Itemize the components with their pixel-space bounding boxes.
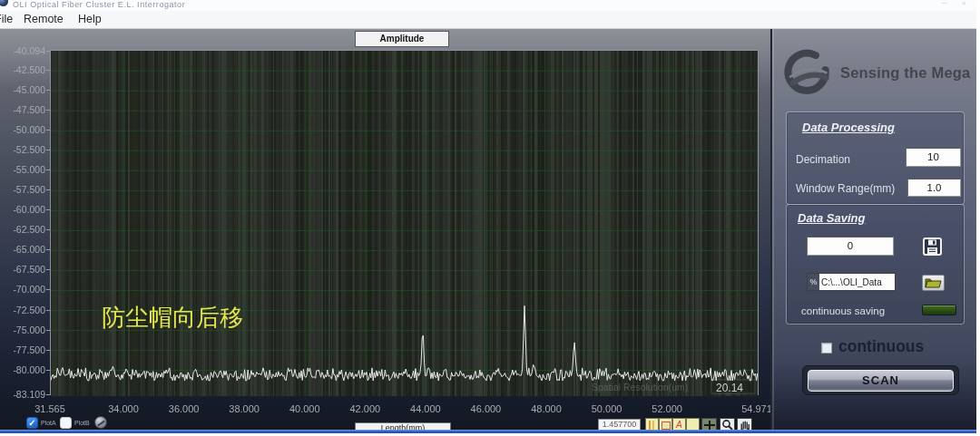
y-tick-label: -65.000 (0, 244, 45, 255)
y-tick-label: -55.000 (0, 164, 45, 175)
x-tick-label: 31.565 (21, 403, 79, 415)
y-tick-mark (46, 209, 50, 210)
y-tick-label: -80.000 (0, 364, 45, 375)
y-tick-mark (46, 269, 50, 270)
y-tick-mark (46, 229, 50, 230)
x-tick-label: 36.000 (155, 403, 213, 415)
y-tick-label: -83.109 (0, 389, 45, 400)
y-tick-label: -47.500 (0, 104, 45, 115)
y-tick-label: -57.500 (0, 184, 45, 195)
minimize-icon[interactable]: ─ (942, 0, 947, 7)
y-tick-mark (46, 70, 50, 71)
x-tick-label: 52.000 (638, 403, 696, 415)
y-tick-mark (46, 150, 50, 150)
y-tick-mark (46, 310, 50, 311)
y-tick-label: -50.000 (0, 124, 45, 135)
decimation-label: Decimation (796, 153, 850, 166)
y-tick-mark (46, 249, 50, 250)
plot-b-checkbox[interactable] (60, 417, 72, 429)
plot-canvas: Spatial Resolution(um)20.14防尘帽向后移 (51, 51, 758, 396)
y-tick-label: -70.000 (0, 284, 45, 295)
x-tick-label: 34.000 (94, 403, 152, 415)
y-tick-label: -42.500 (0, 64, 45, 75)
y-tick-label: -60.000 (0, 204, 45, 215)
main-content: Amplitude Spatial Resolution(um)20.14防尘帽… (0, 29, 976, 430)
annotation-text: 防尘帽向后移 (102, 304, 243, 331)
tab-amplitude[interactable]: Amplitude (355, 31, 449, 47)
window-title: OLI Optical Fiber Cluster E.L. Interroga… (13, 0, 185, 9)
y-tick-mark (46, 350, 50, 351)
y-tick-mark (46, 289, 50, 290)
save-path-field[interactable]: % C:\...\OLI_Data (807, 273, 896, 291)
spatial-resolution-value: 20.14 (716, 382, 743, 394)
plot-a-checkbox[interactable]: ✓ (26, 417, 38, 429)
y-tick-mark (46, 394, 50, 395)
y-tick-label: -67.500 (0, 264, 45, 275)
data-processing-title: Data Processing (802, 121, 895, 134)
y-tick-label: -77.500 (0, 344, 45, 355)
menu-remote[interactable]: Remote (24, 13, 64, 25)
y-tick-label: -72.500 (0, 305, 45, 315)
x-tick-label: 38.000 (215, 403, 273, 415)
amplitude-plot[interactable]: Spatial Resolution(um)20.14防尘帽向后移 (50, 50, 759, 395)
x-tick-label: 46.000 (456, 403, 514, 415)
y-tick-label: -45.000 (0, 84, 45, 95)
menu-help[interactable]: Help (78, 13, 102, 25)
spatial-resolution-label: Spatial Resolution(um) (592, 382, 688, 392)
app-icon (0, 0, 8, 6)
plot-a-label: PlotA (41, 420, 56, 426)
menu-file[interactable]: File (0, 13, 13, 25)
file-index-input[interactable]: 0 (807, 237, 894, 256)
continuous-checkbox[interactable] (821, 343, 832, 354)
browse-folder-button[interactable] (922, 275, 945, 291)
window-range-input[interactable]: 1.0 (907, 179, 961, 197)
title-bar: OLI Optical Fiber Cluster E.L. Interroga… (0, 0, 976, 11)
y-tick-label: -62.500 (0, 224, 45, 235)
y-tick-mark (46, 130, 50, 131)
y-tick-mark (46, 370, 50, 371)
window-range-label: Window Range(mm) (796, 182, 895, 195)
continuous-checkbox-label: continuous (838, 337, 924, 356)
company-logo-icon (783, 48, 830, 99)
path-value: C:\...\OLI_Data (819, 277, 882, 287)
decimation-input[interactable]: 10 (906, 148, 961, 167)
panel-divider (770, 29, 772, 430)
y-tick-label: -75.000 (0, 325, 45, 335)
path-browse-glyph[interactable]: % (808, 274, 819, 290)
x-tick-label: 50.000 (578, 403, 636, 415)
scan-button[interactable]: SCAN (808, 370, 954, 392)
data-saving-title: Data Saving (798, 211, 865, 225)
y-tick-mark (46, 330, 50, 331)
x-tick-label: 48.000 (517, 403, 575, 415)
x-tick-label: 40.000 (276, 403, 334, 415)
close-icon[interactable]: × (962, 0, 966, 7)
company-slogan: Sensing the Mega (840, 64, 970, 82)
continuous-saving-led[interactable] (922, 305, 956, 315)
window-bottom-edge (0, 430, 976, 433)
plot-b-label: PlotB (74, 420, 90, 426)
y-tick-label: -52.500 (0, 144, 45, 155)
save-button[interactable] (923, 237, 942, 256)
graph-tool-icon[interactable] (94, 416, 107, 429)
x-tick-label: 44.000 (397, 403, 455, 415)
window: OLI Optical Fiber Cluster E.L. Interroga… (0, 0, 976, 433)
continuous-saving-label: continuous saving (801, 305, 885, 316)
x-tick-label: 42.000 (336, 403, 394, 415)
y-tick-mark (46, 189, 50, 190)
y-tick-mark (46, 110, 50, 111)
y-tick-mark (46, 170, 50, 170)
scan-button-frame: SCAN (802, 365, 959, 395)
floppy-disk-icon (923, 237, 942, 256)
y-tick-mark (46, 51, 50, 52)
y-tick-label: -40.094 (0, 45, 45, 56)
menu-bar: File Remote Help (0, 11, 976, 29)
folder-icon (923, 276, 944, 290)
application-window: OLI Optical Fiber Cluster E.L. Interroga… (0, 0, 980, 436)
y-tick-mark (46, 90, 50, 91)
